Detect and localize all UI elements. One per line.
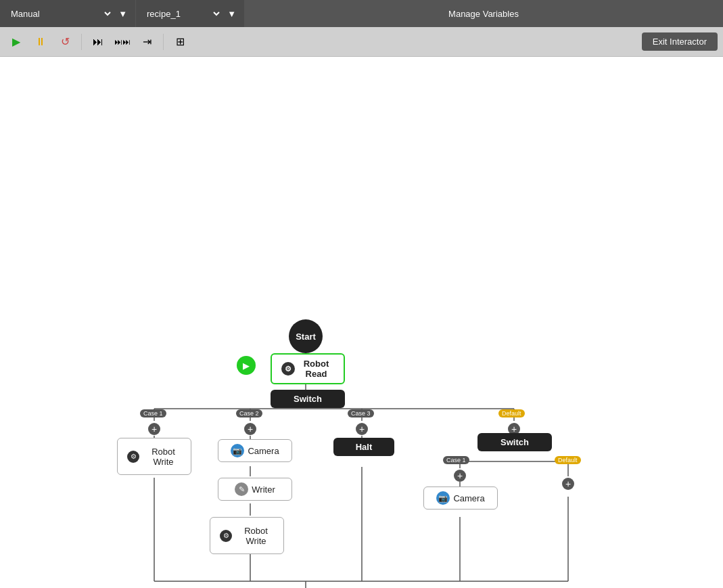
camera-1-icon: 📷: [231, 444, 244, 457]
case2-badge: Case 2: [236, 409, 262, 417]
toolbar: ▶ ⏸ ↺ ⏭ ⏭⏭ ⇥ ⊞ Exit Interactor: [0, 27, 723, 57]
writer-icon: ✎: [235, 482, 248, 496]
plus-case2[interactable]: +: [244, 423, 256, 435]
mode-selector[interactable]: Manual ▼: [0, 0, 135, 27]
default-sub-badge: Default: [555, 456, 581, 464]
exit-interactor-button[interactable]: Exit Interactor: [642, 32, 718, 51]
recipe-selector[interactable]: recipe_1 ▼: [136, 0, 244, 27]
case1-sub-badge: Case 1: [443, 456, 469, 464]
mode-dropdown[interactable]: Manual: [8, 8, 113, 20]
play-icon[interactable]: ▶: [237, 356, 256, 375]
switch-main-node[interactable]: Switch: [271, 390, 345, 408]
robot-read-node[interactable]: ⚙ Robot Read: [271, 353, 345, 384]
pause-button[interactable]: ⏸: [30, 32, 51, 52]
plus-sub-case1[interactable]: +: [454, 470, 466, 482]
plus-case1[interactable]: +: [148, 423, 160, 435]
halt-node[interactable]: Halt: [333, 438, 394, 456]
camera-2-icon: 📷: [436, 491, 450, 505]
camera-1-node[interactable]: 📷 Camera: [218, 439, 292, 462]
toolbar-sep-2: [163, 34, 164, 50]
refresh-button[interactable]: ↺: [54, 32, 76, 52]
step-button[interactable]: ⇥: [136, 32, 158, 52]
toolbar-sep-1: [81, 34, 82, 50]
case1-badge: Case 1: [140, 409, 166, 417]
switch-sub-node[interactable]: Switch: [477, 433, 552, 451]
robot-write-2-node[interactable]: ⚙ Robot Write: [210, 517, 284, 554]
robot-write-1-icon: ⚙: [127, 451, 139, 463]
top-bar: Manual ▼ recipe_1 ▼ Manage Variables: [0, 0, 723, 27]
robot-write-2-icon: ⚙: [220, 530, 232, 542]
default-badge: Default: [498, 409, 525, 417]
grid-button[interactable]: ⊞: [169, 32, 191, 52]
manage-variables-button[interactable]: Manage Variables: [244, 0, 723, 27]
robot-read-icon: ⚙: [281, 362, 295, 376]
connectors-svg: [0, 57, 723, 588]
canvas: Start ▶ ⚙ Robot Read Switch Case 1 Case …: [0, 57, 723, 588]
plus-case3[interactable]: +: [356, 423, 368, 435]
fast-forward-button[interactable]: ⏭⏭: [112, 32, 133, 52]
case3-badge: Case 3: [348, 409, 374, 417]
play-button[interactable]: ▶: [5, 32, 27, 52]
writer-node[interactable]: ✎ Writer: [218, 478, 292, 501]
start-node[interactable]: Start: [289, 319, 323, 353]
camera-2-node[interactable]: 📷 Camera: [423, 487, 498, 510]
plus-sub-default[interactable]: +: [562, 478, 574, 490]
recipe-dropdown[interactable]: recipe_1: [144, 8, 222, 20]
step-forward-button[interactable]: ⏭: [87, 32, 109, 52]
robot-write-1-node[interactable]: ⚙ Robot Write: [117, 438, 191, 475]
